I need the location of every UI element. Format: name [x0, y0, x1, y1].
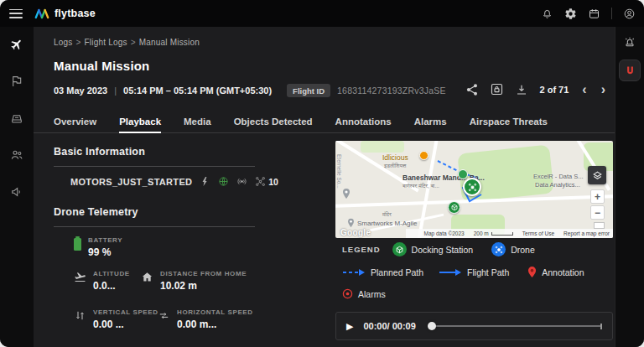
brand-name: flytbase: [55, 8, 96, 19]
planned-path-legend-label: Planned Path: [371, 267, 423, 277]
header-actions: 2 of 71 ‹ ›: [465, 80, 608, 98]
map-mini-control[interactable]: [594, 222, 605, 229]
map-layers-button[interactable]: [588, 166, 606, 184]
legend-row-1: LEGEND Docking Station Drone: [342, 242, 535, 256]
distance-label: DISTANCE FROM HOME: [160, 270, 247, 277]
doorbell-siren-icon[interactable]: [623, 35, 636, 49]
notifications-bell-icon[interactable]: [541, 8, 553, 20]
battery-label: BATTERY: [88, 236, 122, 244]
tab-airspace-threats[interactable]: Airspace Threats: [470, 111, 548, 132]
nav-flights-icon[interactable]: [10, 38, 23, 51]
power-bolt-icon: [200, 176, 210, 187]
nav-dock-icon[interactable]: [10, 111, 23, 125]
calendar-icon[interactable]: [588, 8, 600, 20]
flight-path-legend-icon: [439, 268, 462, 277]
poi-mandir-label: मंदिर: [382, 211, 392, 218]
main-content: Logs>Flight Logs>Manual Mission Manual M…: [34, 27, 615, 347]
drone-position-marker[interactable]: [463, 178, 481, 196]
planned-path-legend-icon: [342, 268, 366, 277]
playback-bar: ▶ 00:00/ 00:09: [335, 312, 613, 340]
breadcrumb-current: Manual Mission: [139, 38, 200, 47]
drone-telemetry-heading: Drone Telemetry: [54, 206, 138, 218]
playback-time: 00:00/ 00:09: [363, 321, 415, 331]
drone-legend-icon: [491, 242, 506, 256]
flight-path-legend-label: Flight Path: [467, 267, 509, 277]
section-divider: [54, 166, 255, 167]
settings-gear-icon[interactable]: [564, 8, 577, 20]
nav-users-icon[interactable]: [10, 148, 23, 162]
mission-status: MOTORS_JUST_STARTED: [70, 177, 192, 187]
topbar-divider: [611, 8, 612, 19]
altitude-label: ALTITUDE: [93, 270, 130, 277]
terms-of-use-link[interactable]: Terms of Use: [522, 230, 554, 236]
alarms-legend-icon: [342, 288, 353, 299]
nav-announcements-icon[interactable]: [10, 185, 23, 199]
map-zoom-out-button[interactable]: −: [590, 205, 605, 220]
brand[interactable]: flytbase: [34, 8, 96, 19]
tab-alarms[interactable]: Alarms: [414, 111, 447, 132]
pagination-count: 2 of 71: [539, 85, 569, 95]
altitude-telemetry: ALTITUDE 0.0...: [74, 270, 130, 292]
poi-excelr-label[interactable]: ExcelR - Data S...: [533, 173, 584, 180]
flight-id-value: 1683114273193ZRv3JaSE: [337, 85, 446, 96]
vertical-speed-value: 0.00 ...: [93, 319, 158, 330]
telemetry-signal-icon: [236, 176, 247, 187]
poi-idlicious-hindi-label: इडलीशियस: [384, 163, 406, 169]
annotation-legend-label: Annotation: [542, 267, 584, 277]
right-rail: [615, 27, 644, 347]
drone-legend-label: Drone: [511, 245, 535, 255]
legend-row-3: Alarms: [342, 288, 386, 299]
account-icon[interactable]: [623, 8, 636, 20]
flight-id-badge: Flight ID: [287, 84, 330, 97]
next-flight-chevron[interactable]: ›: [599, 84, 608, 96]
app-dock-item[interactable]: [619, 60, 641, 81]
map-panel[interactable]: Eternelle So... Idlicious इडलीशियस Banes…: [335, 141, 613, 238]
poi-idlicious-label[interactable]: Idlicious: [382, 153, 408, 162]
menu-icon[interactable]: [9, 9, 23, 18]
slider-handle[interactable]: [428, 322, 436, 330]
docking-station-marker[interactable]: [448, 201, 460, 214]
section-divider: [54, 226, 255, 227]
annotation-legend-icon: [527, 266, 537, 278]
basic-information-heading: Basic Information: [54, 146, 145, 158]
poi-smartworks-label[interactable]: Smartworks M-Agile: [357, 220, 418, 227]
home-icon: [141, 271, 153, 283]
legend-row-2: Planned Path Flight Path Annotation: [342, 266, 584, 278]
horizontal-speed-telemetry: HORIZONTAL SPEED 0.00 m...: [158, 308, 253, 330]
nav-missions-flag-icon[interactable]: [10, 75, 23, 88]
breadcrumb-separator: >: [131, 38, 136, 47]
horizontal-speed-label: HORIZONTAL SPEED: [177, 308, 253, 316]
share-icon[interactable]: [465, 83, 479, 96]
drone-icon: [255, 176, 266, 187]
vertical-speed-telemetry: VERTICAL SPEED 0.00 ...: [74, 308, 158, 330]
docking-station-legend-icon: [392, 242, 407, 256]
map-zoom-in-button[interactable]: +: [590, 189, 605, 204]
download-icon[interactable]: [515, 83, 528, 96]
slider-track[interactable]: [428, 325, 602, 327]
tab-overview[interactable]: Overview: [54, 111, 96, 132]
meta-pipe: |: [114, 85, 117, 96]
breadcrumb-flight-logs[interactable]: Flight Logs: [85, 38, 127, 47]
street-name-label: Eternelle So...: [336, 154, 342, 189]
battery-value: 99 %: [88, 246, 122, 258]
topbar: flytbase: [0, 0, 644, 27]
seek-slider[interactable]: [428, 321, 602, 331]
mission-date: 03 May 2023: [54, 85, 107, 96]
play-button[interactable]: ▶: [346, 321, 353, 332]
prev-flight-chevron[interactable]: ‹: [579, 84, 589, 96]
tab-playback[interactable]: Playback: [119, 111, 161, 132]
distance-telemetry: DISTANCE FROM HOME 10.02 m: [141, 270, 247, 292]
tab-objects-detected[interactable]: Objects Detected: [234, 111, 313, 132]
breadcrumb-logs[interactable]: Logs: [54, 38, 73, 47]
flight-takeoff-icon: [74, 271, 86, 283]
tab-annotations[interactable]: Annotations: [335, 111, 392, 132]
vault-lock-icon[interactable]: [488, 80, 506, 98]
restaurant-poi-marker[interactable]: [419, 151, 428, 160]
scale-bar: [491, 232, 513, 236]
report-map-error-link[interactable]: Report a map error: [564, 230, 610, 236]
tab-media[interactable]: Media: [184, 111, 211, 132]
satellite-count-value: 10: [268, 177, 278, 187]
map-pin[interactable]: [342, 188, 351, 203]
temple-poi-marker[interactable]: [458, 169, 468, 179]
gps-globe-icon: [218, 176, 229, 187]
